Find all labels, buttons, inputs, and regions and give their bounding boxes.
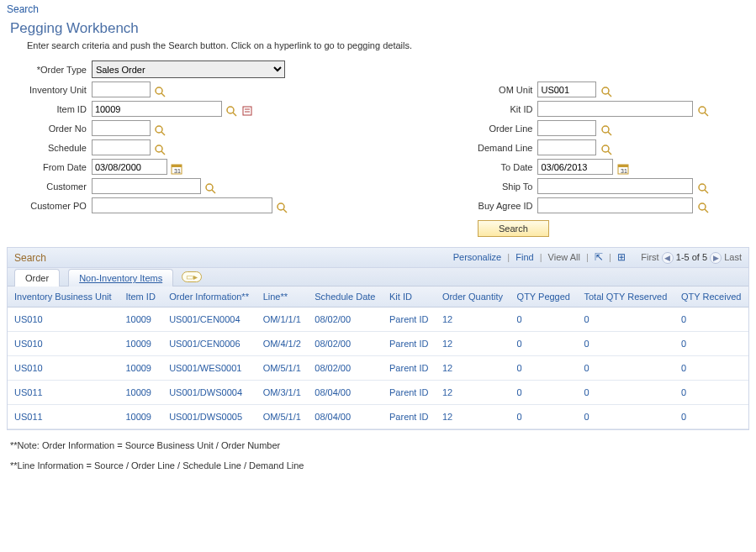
tab-order[interactable]: Order	[14, 269, 60, 287]
svg-line-30	[283, 209, 287, 213]
item-id-link[interactable]: 10009	[119, 356, 162, 381]
om-unit-input[interactable]	[537, 81, 596, 97]
lookup-icon[interactable]	[225, 103, 238, 117]
item-id-link[interactable]: 10009	[119, 381, 162, 405]
qty-reserved-cell: 0	[577, 381, 674, 405]
schedule-date-cell: 08/02/00	[308, 332, 383, 356]
kit-id-input[interactable]	[537, 101, 693, 117]
lookup-icon[interactable]	[153, 142, 167, 155]
buy-agree-id-input[interactable]	[537, 197, 693, 213]
svg-point-9	[699, 107, 706, 113]
lookup-icon[interactable]	[275, 200, 288, 213]
col-line[interactable]: Line**	[256, 287, 309, 308]
kit-id-link[interactable]: Parent ID	[383, 405, 436, 429]
inv-bu-link[interactable]: US011	[8, 405, 119, 429]
svg-text:31: 31	[174, 168, 181, 174]
calendar-icon[interactable]: 31	[616, 161, 630, 175]
calendar-icon[interactable]: 31	[170, 161, 183, 175]
label-buy-agree-id: Buy Agree ID	[475, 196, 535, 215]
item-id-link[interactable]: 10009	[119, 308, 162, 332]
lookup-icon[interactable]	[153, 84, 167, 97]
col-schedule-date[interactable]: Schedule Date	[308, 287, 383, 308]
zoom-icon[interactable]: ⇱	[595, 251, 603, 263]
nav-first[interactable]: First	[641, 252, 658, 262]
col-order-info[interactable]: Order Information**	[162, 287, 256, 308]
svg-line-14	[608, 132, 611, 135]
col-order-qty[interactable]: Order Quantity	[436, 287, 510, 308]
lookup-icon[interactable]	[153, 123, 167, 136]
inv-bu-link[interactable]: US010	[8, 308, 119, 332]
col-qty-reserved[interactable]: Total QTY Reserved	[577, 287, 674, 308]
kit-id-link[interactable]: Parent ID	[383, 381, 436, 405]
find-link[interactable]: Find	[515, 252, 533, 262]
order-qty-cell: 12	[436, 308, 510, 332]
view-all-link[interactable]: View All	[548, 252, 580, 262]
kit-id-link[interactable]: Parent ID	[383, 308, 436, 332]
download-icon[interactable]: ⊞	[617, 251, 626, 263]
personalize-link[interactable]: Personalize	[453, 252, 501, 262]
svg-line-10	[705, 113, 708, 116]
col-kit-id[interactable]: Kit ID	[383, 287, 436, 308]
order-info-link[interactable]: US001/CEN0004	[162, 308, 256, 332]
inv-bu-link[interactable]: US010	[8, 332, 119, 356]
kit-id-link[interactable]: Parent ID	[383, 332, 436, 356]
line-link[interactable]: OM/4/1/2	[256, 332, 309, 356]
col-item-id[interactable]: Item ID	[119, 287, 162, 308]
table-row: US01010009US001/CEN0006OM/4/1/208/02/00P…	[8, 332, 748, 356]
order-info-link[interactable]: US001/DWS0005	[162, 405, 256, 429]
svg-line-16	[161, 151, 165, 155]
line-link[interactable]: OM/1/1/1	[256, 308, 309, 332]
lookup-icon[interactable]	[600, 84, 613, 97]
lookup-icon[interactable]	[696, 200, 710, 213]
to-date-input[interactable]	[537, 159, 613, 175]
order-type-select[interactable]: Sales Order	[92, 60, 285, 78]
label-om-unit: OM Unit	[475, 80, 535, 99]
svg-line-18	[608, 151, 611, 155]
nav-last[interactable]: Last	[724, 252, 742, 262]
order-info-link[interactable]: US001/DWS0004	[162, 381, 256, 405]
order-line-input[interactable]	[537, 120, 596, 136]
ship-to-input[interactable]	[537, 178, 693, 194]
lookup-icon[interactable]	[204, 181, 217, 194]
lookup-icon[interactable]	[600, 123, 613, 136]
label-from-date: From Date	[27, 157, 89, 176]
item-id-input[interactable]	[92, 101, 222, 117]
lookup-icon[interactable]	[696, 103, 710, 117]
svg-point-17	[602, 145, 609, 152]
demand-line-input[interactable]	[537, 139, 596, 155]
inventory-unit-input[interactable]	[92, 81, 151, 97]
order-no-input[interactable]	[92, 120, 151, 136]
from-date-input[interactable]	[92, 159, 167, 175]
nav-next-icon[interactable]: ▶	[710, 252, 722, 264]
customer-input[interactable]	[92, 178, 201, 194]
inv-bu-link[interactable]: US010	[8, 356, 119, 381]
breadcrumb-search[interactable]: Search	[7, 3, 749, 15]
related-actions-icon[interactable]	[241, 103, 254, 117]
svg-point-25	[206, 184, 213, 191]
tab-non-inventory[interactable]: Non-Inventory Items	[68, 269, 173, 287]
table-row: US01110009US001/DWS0005OM/5/1/108/04/00P…	[8, 405, 748, 429]
item-id-link[interactable]: 10009	[119, 405, 162, 429]
line-link[interactable]: OM/5/1/1	[256, 405, 309, 429]
line-link[interactable]: OM/3/1/1	[256, 381, 309, 405]
customer-po-input[interactable]	[92, 197, 272, 213]
inv-bu-link[interactable]: US011	[8, 381, 119, 405]
col-qty-received[interactable]: QTY Received	[674, 287, 748, 308]
search-button[interactable]: Search	[478, 220, 549, 237]
col-inv-bu[interactable]: Inventory Business Unit	[8, 287, 119, 308]
col-qty-pegged[interactable]: QTY Pegged	[510, 287, 578, 308]
lookup-icon[interactable]	[696, 181, 710, 194]
line-link[interactable]: OM/5/1/1	[256, 356, 309, 381]
svg-text:31: 31	[621, 168, 627, 174]
svg-rect-6	[243, 107, 251, 115]
order-info-link[interactable]: US001/CEN0006	[162, 332, 256, 356]
label-ship-to: Ship To	[475, 176, 535, 196]
kit-id-link[interactable]: Parent ID	[383, 356, 436, 381]
order-info-link[interactable]: US001/WES0001	[162, 356, 256, 381]
lookup-icon[interactable]	[600, 142, 613, 155]
nav-prev-icon[interactable]: ◀	[662, 252, 674, 264]
schedule-date-cell: 08/04/00	[308, 381, 383, 405]
item-id-link[interactable]: 10009	[119, 332, 162, 356]
show-all-columns-icon[interactable]: ▭▸	[182, 271, 202, 282]
schedule-input[interactable]	[92, 139, 151, 155]
